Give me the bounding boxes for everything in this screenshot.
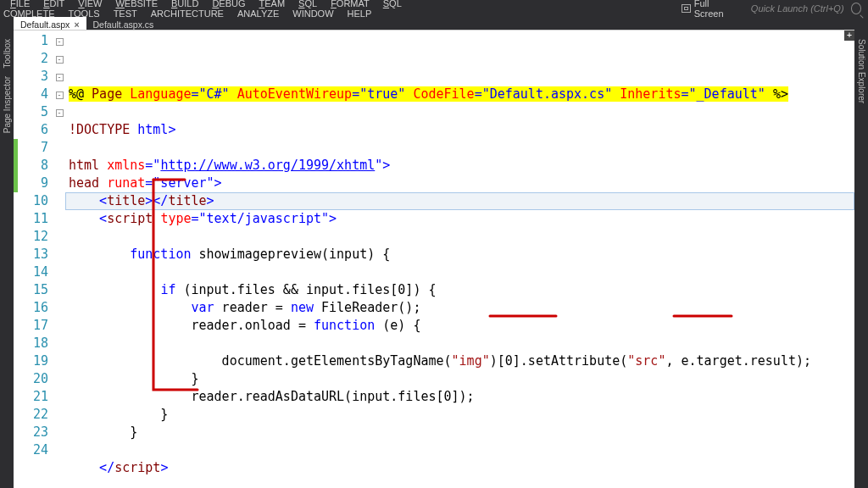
fold-gutter[interactable]: ----- <box>53 30 65 488</box>
close-icon[interactable]: × <box>74 19 79 30</box>
search-icon[interactable] <box>851 3 861 14</box>
code-line[interactable]: if (input.files && input.files[0]) { <box>65 281 854 299</box>
code-line[interactable]: <script type="text/javascript"> <box>65 210 854 228</box>
code-line[interactable] <box>65 139 854 157</box>
code-editor[interactable]: 123456789101112131415161718192021222324 … <box>14 30 854 488</box>
code-area[interactable]: + %@ Page Language="C#" AutoEventWireup=… <box>65 30 854 488</box>
line-number-gutter: 123456789101112131415161718192021222324 <box>18 30 53 488</box>
menu-bar: FILEEDITVIEWWEBSITEBUILDDEBUGTEAMSQLFORM… <box>0 0 868 17</box>
code-line[interactable] <box>65 441 854 459</box>
code-line[interactable]: reader.onload = function (e) { <box>65 317 854 335</box>
quick-launch-input[interactable]: Quick Launch (Ctrl+Q) <box>739 3 850 14</box>
code-line[interactable] <box>65 103 854 121</box>
code-line[interactable]: html xmlns="http://www.w3.org/1999/xhtml… <box>65 157 854 175</box>
left-tool-strip: Toolbox Page Inspector <box>0 34 14 463</box>
code-line[interactable] <box>65 263 854 281</box>
page-inspector-tab[interactable]: Page Inspector <box>3 76 12 133</box>
fullscreen-icon <box>682 4 691 13</box>
code-line[interactable] <box>65 477 854 488</box>
code-line[interactable]: head runat="server"> <box>65 175 854 192</box>
code-line[interactable]: %@ Page Language="C#" AutoEventWireup="t… <box>65 86 854 103</box>
document-tab[interactable]: Default.aspx× <box>14 17 86 30</box>
code-line[interactable] <box>65 228 854 246</box>
code-line[interactable]: } <box>65 406 854 424</box>
toolbox-tab[interactable]: Toolbox <box>3 39 12 68</box>
document-tab[interactable]: Default.aspx.cs <box>86 17 161 30</box>
code-line[interactable]: document.getElementsByTagName("img")[0].… <box>65 352 854 370</box>
code-line[interactable]: } <box>65 370 854 388</box>
document-tabs: Default.aspx×Default.aspx.cs <box>0 17 868 30</box>
code-line[interactable]: } <box>65 424 854 441</box>
code-line[interactable]: reader.readAsDataURL(input.files[0]); <box>65 388 854 406</box>
code-line[interactable] <box>65 335 854 352</box>
solution-explorer-tab[interactable]: Solution Explorer <box>857 39 866 103</box>
code-line[interactable]: function showimagepreview(input) { <box>65 246 854 263</box>
tab-label: Default.aspx <box>20 19 70 30</box>
fullscreen-label: Full Screen <box>694 0 735 19</box>
code-line[interactable]: </script> <box>65 459 854 477</box>
tab-label: Default.aspx.cs <box>93 19 154 30</box>
code-line[interactable]: <title></title> <box>65 192 854 210</box>
split-toggle-icon[interactable]: + <box>844 30 854 41</box>
code-line[interactable]: var reader = new FileReader(); <box>65 299 854 317</box>
code-line[interactable]: !DOCTYPE html> <box>65 121 854 139</box>
right-tool-strip: Solution Explorer <box>854 34 868 463</box>
